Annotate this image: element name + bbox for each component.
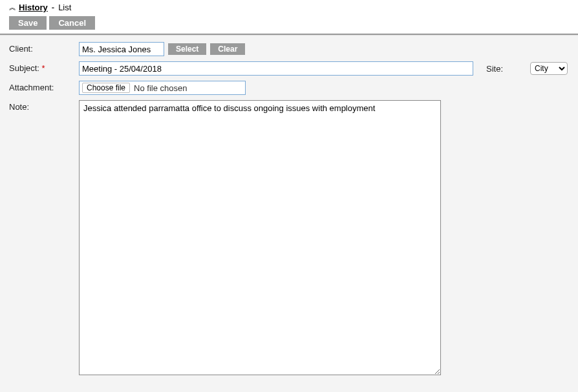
client-clear-button[interactable]: Clear <box>210 43 245 55</box>
file-input-wrapper[interactable]: Choose file No file chosen <box>79 81 246 95</box>
subject-label: Subject: * <box>9 61 79 73</box>
attachment-label: Attachment: <box>9 81 79 92</box>
breadcrumb: ︽ History - List <box>0 0 578 14</box>
row-subject: Subject: * Site: City <box>9 61 569 76</box>
choose-file-button[interactable]: Choose file <box>82 83 130 93</box>
row-note: Note: Jessica attended parramatta office… <box>9 100 569 375</box>
row-client: Client: Select Clear <box>9 42 569 56</box>
client-select-button[interactable]: Select <box>168 43 206 55</box>
form-area: Client: Select Clear Subject: * Site: Ci… <box>0 35 578 392</box>
save-button[interactable]: Save <box>9 16 47 30</box>
row-attachment: Attachment: Choose file No file chosen <box>9 81 569 95</box>
subject-required-mark: * <box>42 63 45 73</box>
site-label: Site: <box>486 64 503 74</box>
breadcrumb-separator: - <box>49 3 57 12</box>
breadcrumb-history-link[interactable]: History <box>19 3 48 12</box>
client-input[interactable] <box>79 42 164 56</box>
subject-input[interactable] <box>79 61 473 76</box>
collapse-icon[interactable]: ︽ <box>9 3 16 12</box>
client-label: Client: <box>9 42 79 54</box>
subject-label-text: Subject: <box>9 63 39 73</box>
breadcrumb-current: List <box>58 3 71 12</box>
note-textarea[interactable]: Jessica attended parramatta office to di… <box>79 100 441 375</box>
file-status-text: No file chosen <box>134 83 187 93</box>
cancel-button[interactable]: Cancel <box>49 16 95 30</box>
note-label: Note: <box>9 100 79 112</box>
top-toolbar: Save Cancel <box>0 14 578 34</box>
site-select[interactable]: City <box>530 62 568 75</box>
